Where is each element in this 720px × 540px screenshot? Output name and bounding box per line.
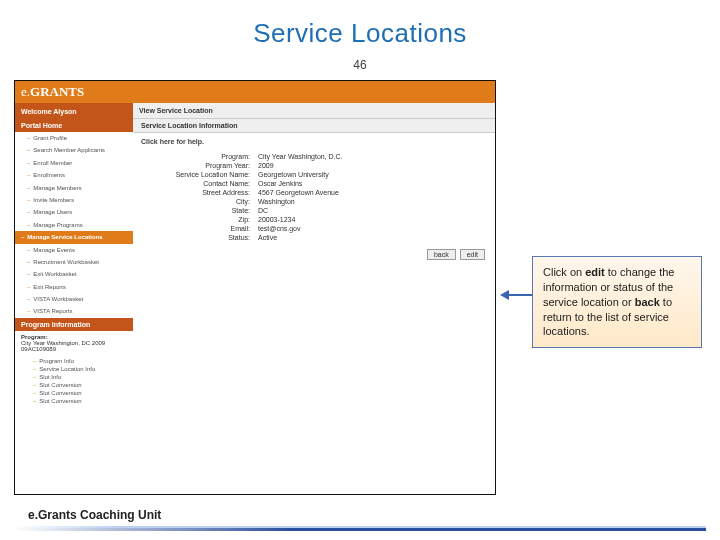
field-value: test@cns.gov [258,225,485,232]
help-link[interactable]: Click here for help. [133,133,495,150]
sidebar-program-head: Program Information [15,318,133,331]
field-value: 4567 Georgetown Avenue [258,189,485,196]
sidebar-item-active[interactable]: –Manage Service Locations [15,231,133,243]
back-button[interactable]: back [427,249,456,260]
field-value: DC [258,207,485,214]
field-label: Email: [143,225,258,232]
sidebar-item[interactable]: –VISTA Reports [15,305,133,317]
welcome-label: Welcome Alyson [15,103,133,119]
field-value: Oscar Jenkins [258,180,485,187]
field-label: Status: [143,234,258,241]
field-value: 20003-1234 [258,216,485,223]
app-header: e.GRANTS [15,81,495,103]
field-value: Active [258,234,485,241]
slide-number: 46 [0,58,720,72]
sidebar-item[interactable]: –Exit Workbasket [15,268,133,280]
sidebar-item[interactable]: –Manage Members [15,182,133,194]
sidebar-item[interactable]: –Search Member Applicants [15,144,133,156]
field-value: City Year Washington, D.C. [258,153,485,160]
field-value: Washington [258,198,485,205]
sidebar-portal-head[interactable]: Portal Home [15,119,133,132]
field-value: 2009 [258,162,485,169]
edit-button[interactable]: edit [460,249,485,260]
field-label: State: [143,207,258,214]
field-label: Contact Name: [143,180,258,187]
sidebar-program-block: Program: City Year Washington, DC 2009 0… [15,331,133,357]
field-label: City: [143,198,258,205]
main-panel: Service Location Information Click here … [133,119,495,494]
sidebar-sub[interactable]: –Program Info [15,357,133,365]
sidebar-item[interactable]: –Manage Programs [15,219,133,231]
sidebar-sub[interactable]: –Slot Info [15,373,133,381]
app-logo: e.GRANTS [21,84,84,100]
sidebar-item[interactable]: –VISTA Workbasket [15,293,133,305]
sidebar: Portal Home –Grant Profile –Search Membe… [15,119,133,494]
field-label: Street Address: [143,189,258,196]
sidebar-sub[interactable]: –Slot Conversion [15,397,133,405]
sidebar-item[interactable]: –Manage Events [15,244,133,256]
field-label: Program Year: [143,162,258,169]
field-label: Zip: [143,216,258,223]
app-window: e.GRANTS Welcome Alyson View Service Loc… [14,80,496,495]
app-subheader: Welcome Alyson View Service Location [15,103,495,119]
slide-title: Service Locations [0,18,720,49]
callout-arrow [500,290,534,300]
sidebar-item[interactable]: –Grant Profile [15,132,133,144]
sidebar-sub[interactable]: –Slot Conversion [15,381,133,389]
sidebar-item[interactable]: –Manage Users [15,206,133,218]
field-list: Program:City Year Washington, D.C. Progr… [133,150,495,244]
field-label: Service Location Name: [143,171,258,178]
footer-text: e.Grants Coaching Unit [28,508,161,522]
field-value: Georgetown University [258,171,485,178]
callout-box: Click on edit to change the information … [532,256,702,348]
sidebar-item[interactable]: –Enroll Member [15,157,133,169]
view-title: View Service Location [133,103,495,119]
sidebar-sub[interactable]: –Service Location Info [15,365,133,373]
sidebar-item[interactable]: –Invite Members [15,194,133,206]
section-header: Service Location Information [133,119,495,133]
sidebar-item[interactable]: –Exit Reports [15,281,133,293]
sidebar-sub[interactable]: –Slot Conversion [15,389,133,397]
footer-divider [14,528,706,531]
sidebar-item[interactable]: –Recruitment Workbasket [15,256,133,268]
field-label: Program: [143,153,258,160]
sidebar-item[interactable]: –Enrollments [15,169,133,181]
